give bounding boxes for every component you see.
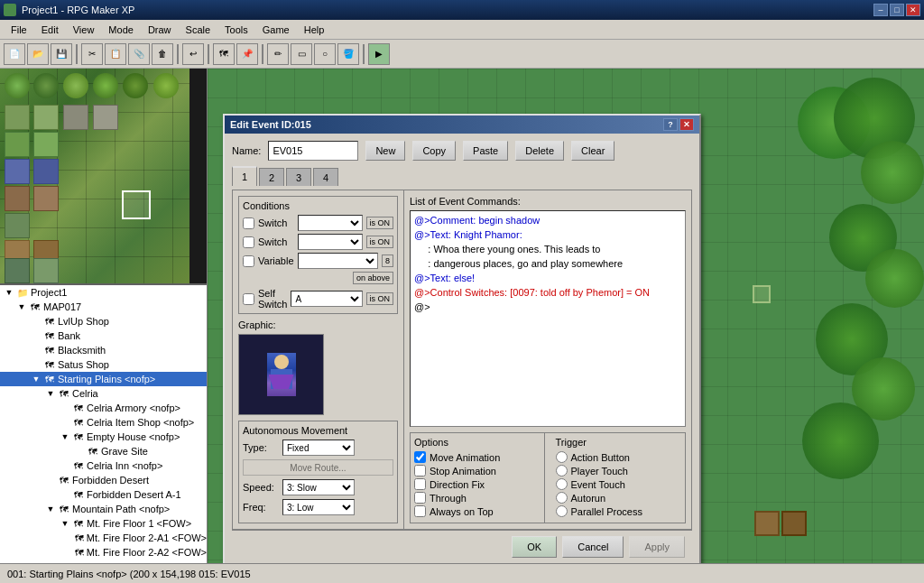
menu-file[interactable]: File [4,23,34,37]
variable-select[interactable] [298,253,378,269]
self-switch-checkbox[interactable] [243,293,254,305]
type-select[interactable]: Fixed Random Approach Custom [282,440,355,456]
tree-label: Forbidden Desert [72,475,149,486]
tree-mountain-path[interactable]: ▼ 🗺 Mountain Path <nofp> [0,502,207,516]
self-switch-select[interactable]: A [291,291,362,307]
tree-satus[interactable]: 🗺 Satus Shop [0,357,207,372]
expand-icon[interactable]: ▼ [29,375,43,384]
tab-3[interactable]: 3 [286,168,311,186]
menu-view[interactable]: View [66,23,102,37]
dialog-close-button[interactable]: ✕ [679,118,694,131]
direction-fix-checkbox[interactable] [414,478,426,490]
freq-select[interactable]: 3: Low [282,499,355,515]
tab-2[interactable]: 2 [259,168,284,186]
tool-delete[interactable]: 🗑 [152,43,173,65]
move-route-button[interactable]: Move Route... [243,459,393,476]
tree-grave-site[interactable]: 🗺 Grave Site [0,444,207,458]
tree-mt-fire-2a2[interactable]: 🗺 Mt. Fire Floor 2-A2 <FOW> [0,545,207,560]
action-button-radio[interactable] [556,451,568,463]
tree-celria-item[interactable]: 🗺 Celria Item Shop <nofp> [0,415,207,430]
tree-forbidden-desert[interactable]: 🗺 Forbidden Desert [0,473,207,487]
title-bar-buttons[interactable]: – □ ✕ [873,4,920,16]
expand-icon[interactable]: ▼ [58,432,72,441]
apply-button[interactable]: Apply [629,536,685,558]
player-touch-radio[interactable] [556,465,568,477]
tile-palette-image[interactable] [0,69,189,285]
expand-icon[interactable]: ▼ [43,504,58,514]
tool-fill[interactable]: 🪣 [337,43,359,65]
ok-button[interactable]: OK [512,536,557,558]
dialog-title-buttons[interactable]: ? ✕ [663,118,694,131]
tree-mt-fire-2a1[interactable]: 🗺 Mt. Fire Floor 2-A1 <FOW> [0,531,207,545]
menu-scale[interactable]: Scale [179,23,218,37]
tool-copy[interactable]: 📋 [105,43,126,65]
tab-1[interactable]: 1 [232,166,257,186]
tool-open[interactable]: 📂 [27,43,49,65]
switch1-checkbox[interactable] [243,217,254,229]
tree-celria[interactable]: ▼ 🗺 Celria [0,386,207,401]
tree-bank[interactable]: 🗺 Bank [0,329,207,343]
menu-game[interactable]: Game [255,23,297,37]
map-tree[interactable]: ▼ 📁 Project1 ▼ 🗺 MAP017 🗺 LvlUp Shop 🗺 [0,285,207,563]
through-checkbox[interactable] [414,492,426,504]
event-commands-list[interactable]: @>Comment: begin shadow @>Text: Knight P… [410,210,686,427]
cmd-line-6: @> [414,300,681,314]
cancel-button[interactable]: Cancel [562,536,624,558]
maximize-button[interactable]: □ [890,4,904,16]
menu-tools[interactable]: Tools [217,23,255,37]
tree-project[interactable]: ▼ 📁 Project1 [0,285,207,300]
graphic-box[interactable] [238,334,324,415]
move-animation-checkbox[interactable] [414,451,426,463]
tree-mt-fire-1[interactable]: ▼ 🗺 Mt. Fire Floor 1 <FOW> [0,516,207,531]
menu-edit[interactable]: Edit [34,23,66,37]
title-bar-text: Project1 - RPG Maker XP [4,4,134,16]
new-button[interactable]: New [365,141,405,161]
tool-save[interactable]: 💾 [51,43,72,65]
tool-paste[interactable]: 📎 [128,43,150,65]
tree-celria-armory[interactable]: 🗺 Celria Armory <nofp> [0,401,207,415]
tool-rect[interactable]: ▭ [291,43,312,65]
autorun-radio[interactable] [556,492,568,504]
stop-animation-checkbox[interactable] [414,465,426,477]
minimize-button[interactable]: – [873,4,888,16]
menu-mode[interactable]: Mode [101,23,141,37]
paste-button[interactable]: Paste [463,141,508,161]
expand-icon[interactable]: ▼ [58,519,72,528]
tab-4[interactable]: 4 [313,168,338,186]
tool-pencil[interactable]: ✏ [267,43,289,65]
tool-ellipse[interactable]: ○ [314,43,336,65]
always-on-top-checkbox[interactable] [414,505,426,517]
tree-blacksmith[interactable]: 🗺 Blacksmith [0,343,207,357]
conditions-group: Conditions Switch is ON Sw [238,196,398,314]
tool-new[interactable]: 📄 [4,43,25,65]
expand-icon[interactable]: ▼ [43,389,58,398]
switch1-select[interactable] [298,215,363,231]
close-button[interactable]: ✕ [906,4,920,16]
expand-icon[interactable]: ▼ [2,288,16,297]
switch2-select[interactable] [298,234,363,250]
dialog-help-button[interactable]: ? [663,118,678,131]
speed-select[interactable]: 3: Slow [282,479,355,495]
delete-button[interactable]: Delete [515,141,564,161]
event-touch-radio[interactable] [556,478,568,490]
tree-forbidden-desert-a1[interactable]: 🗺 Forbidden Desert A-1 [0,487,207,502]
tool-event[interactable]: 📌 [236,43,258,65]
name-input[interactable] [268,141,358,161]
parallel-process-radio[interactable] [556,505,568,517]
tool-play[interactable]: ▶ [368,43,390,65]
copy-button[interactable]: Copy [412,141,456,161]
switch2-checkbox[interactable] [243,236,254,248]
tree-map017[interactable]: ▼ 🗺 MAP017 [0,300,207,314]
tree-starting-plains[interactable]: ▼ 🗺 Starting Plains <nofp> [0,372,207,386]
menu-help[interactable]: Help [297,23,332,37]
expand-icon[interactable]: ▼ [14,302,29,311]
tree-lvlup[interactable]: 🗺 LvlUp Shop [0,314,207,329]
menu-draw[interactable]: Draw [141,23,179,37]
tool-undo[interactable]: ↩ [182,43,204,65]
tree-celria-inn[interactable]: 🗺 Celria Inn <nofp> [0,458,207,473]
tree-empty-house[interactable]: ▼ 🗺 Empty House <nofp> [0,430,207,444]
variable-checkbox[interactable] [243,255,254,267]
clear-button[interactable]: Clear [571,141,614,161]
tool-cut[interactable]: ✂ [81,43,103,65]
tool-map[interactable]: 🗺 [213,43,235,65]
